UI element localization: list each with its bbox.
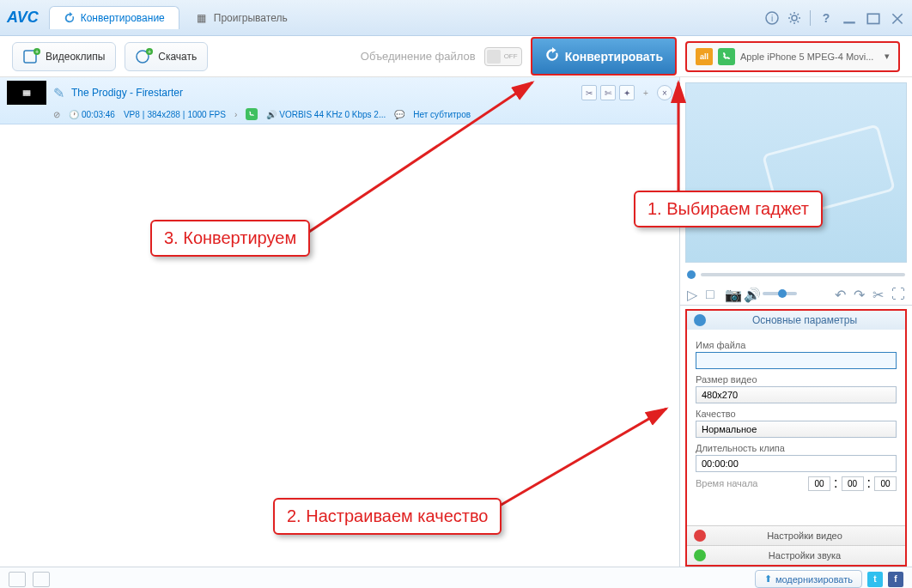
slider-handle[interactable]: [687, 270, 696, 279]
all-badge: all: [696, 48, 713, 65]
refresh-icon: [544, 47, 560, 65]
svg-text:+: +: [148, 49, 151, 55]
audio-settings-icon: [694, 549, 706, 561]
minimize-button[interactable]: [842, 12, 857, 24]
film-plus-icon: +: [23, 48, 40, 65]
main-area: ▓▓ ✎ The Prodigy - Firestarter ✂ ✄ ✦ + ×…: [0, 77, 912, 567]
audio-settings-row[interactable]: Настройки звука: [687, 545, 905, 565]
phone-icon: [718, 48, 735, 65]
callout-2: 2. Настраиваем качество: [273, 498, 502, 535]
crop-icon[interactable]: ✂: [581, 85, 597, 100]
svg-point-2: [792, 15, 797, 21]
clock-icon: 🕐: [69, 110, 79, 119]
svg-rect-5: [867, 14, 879, 23]
params-header: Основные параметры: [687, 311, 905, 330]
facebook-icon[interactable]: f: [888, 572, 903, 587]
tab-convert[interactable]: Конвертирование: [49, 6, 179, 29]
checkmark-icon: ⊘: [53, 110, 60, 119]
tab-player[interactable]: ▦ Проигрыватель: [183, 7, 301, 29]
svg-text:i: i: [771, 14, 773, 23]
svg-text:+: +: [35, 49, 39, 55]
audio-settings-label: Настройки звука: [711, 550, 898, 561]
download-label: Скачать: [158, 51, 197, 63]
upgrade-button[interactable]: ⬆ модернизировать: [755, 570, 862, 588]
tab-convert-label: Конвертирование: [81, 12, 165, 24]
effects-icon[interactable]: ✦: [619, 85, 635, 100]
filename-label: Имя файла: [696, 340, 897, 350]
preview-slider[interactable]: [680, 268, 912, 282]
video-resolution: 384x288: [147, 110, 179, 119]
video-settings-row[interactable]: Настройки видео: [687, 525, 905, 545]
params-panel: Основные параметры Имя файла Размер виде…: [685, 309, 907, 567]
start-ss[interactable]: [874, 476, 897, 491]
video-settings-label: Настройки видео: [711, 530, 898, 541]
duration-label: Длительность клипа: [696, 443, 897, 453]
scissors-icon[interactable]: ✂: [872, 287, 886, 300]
camera-icon[interactable]: 📷: [725, 287, 739, 300]
expand-icon[interactable]: ⛶: [891, 287, 905, 300]
callout-3: 3. Конвертируем: [150, 220, 310, 257]
quality-label: Качество: [696, 409, 897, 419]
toolbar: + Видеоклипы + Скачать Объединение файло…: [0, 36, 912, 77]
svg-rect-4: [843, 21, 855, 23]
size-select[interactable]: 480x270: [696, 386, 897, 403]
app-logo: AVC: [7, 9, 39, 27]
twitter-icon[interactable]: t: [867, 572, 883, 587]
globe-plus-icon: +: [136, 48, 153, 65]
params-title: Основные параметры: [711, 314, 898, 326]
output-profile-selector[interactable]: all Apple iPhone 5 MPEG-4 Movi... ▾: [685, 41, 900, 72]
volume-icon[interactable]: 🔊: [744, 287, 757, 300]
start-mm[interactable]: [842, 476, 864, 491]
help-icon[interactable]: ?: [819, 11, 833, 25]
add-icon[interactable]: +: [638, 85, 654, 100]
titlebar: AVC Конвертирование ▦ Проигрыватель i ?: [0, 0, 912, 36]
edit-icon[interactable]: ✎: [53, 85, 64, 101]
gear-icon[interactable]: [787, 11, 801, 25]
chevron-right-icon: ›: [234, 110, 237, 119]
close-button[interactable]: [890, 12, 905, 24]
quality-select[interactable]: Нормальное: [696, 421, 897, 438]
phone-icon: [246, 108, 258, 120]
file-row[interactable]: ▓▓ ✎ The Prodigy - Firestarter ✂ ✄ ✦ + ×…: [0, 77, 679, 124]
volume-slider[interactable]: [763, 292, 797, 295]
file-list-panel: ▓▓ ✎ The Prodigy - Firestarter ✂ ✄ ✦ + ×…: [0, 77, 680, 567]
merge-label: Объединение файлов: [361, 50, 476, 63]
filename-input[interactable]: [696, 352, 897, 369]
file-title: The Prodigy - Firestarter: [71, 87, 575, 99]
callout-1: 1. Выбираем гаджет: [634, 191, 823, 227]
videoclips-label: Видеоклипы: [46, 51, 105, 63]
refresh-icon: [64, 12, 76, 24]
merge-toggle[interactable]: OFF: [484, 47, 522, 66]
play-icon[interactable]: ▷: [687, 287, 701, 300]
download-button[interactable]: + Скачать: [125, 42, 208, 71]
convert-label: Конвертировать: [565, 50, 663, 64]
audio-info: VORBIS 44 KHz 0 Kbps 2...: [279, 110, 386, 119]
start-time-label: Время начала: [696, 478, 805, 488]
profile-label: Apple iPhone 5 MPEG-4 Movi...: [740, 52, 879, 62]
preview-area: [685, 82, 907, 263]
svg-text:?: ?: [823, 11, 830, 25]
rotate-right-icon[interactable]: ↷: [854, 287, 867, 300]
upgrade-label: модернизировать: [775, 574, 853, 585]
up-arrow-icon: ⬆: [764, 573, 772, 585]
info-icon[interactable]: i: [765, 11, 779, 25]
list-icon[interactable]: [33, 572, 50, 587]
slider-track[interactable]: [701, 273, 905, 276]
start-hh[interactable]: [808, 476, 830, 491]
rotate-left-icon[interactable]: ↶: [835, 287, 848, 300]
subtitles-info: Нет субтитров: [413, 110, 471, 119]
stop-icon[interactable]: □: [706, 287, 720, 300]
remove-icon[interactable]: ×: [657, 85, 672, 100]
add-videoclips-button[interactable]: + Видеоклипы: [12, 42, 116, 71]
film-icon: ▦: [197, 12, 209, 24]
duration-input[interactable]: [696, 455, 897, 472]
speech-icon: 💬: [394, 110, 404, 119]
file-duration: 00:03:46: [82, 110, 115, 119]
right-panel: ▷ □ 📷 🔊 ↶ ↷ ✂ ⛶ Основные параметры Имя ф…: [680, 77, 912, 567]
convert-button[interactable]: Конвертировать: [531, 37, 677, 76]
chevron-down-icon: ▾: [885, 51, 890, 62]
playlist-icon[interactable]: [9, 572, 26, 587]
tab-player-label: Проигрыватель: [214, 12, 288, 24]
maximize-button[interactable]: [866, 12, 881, 24]
cut-icon[interactable]: ✄: [600, 85, 616, 100]
